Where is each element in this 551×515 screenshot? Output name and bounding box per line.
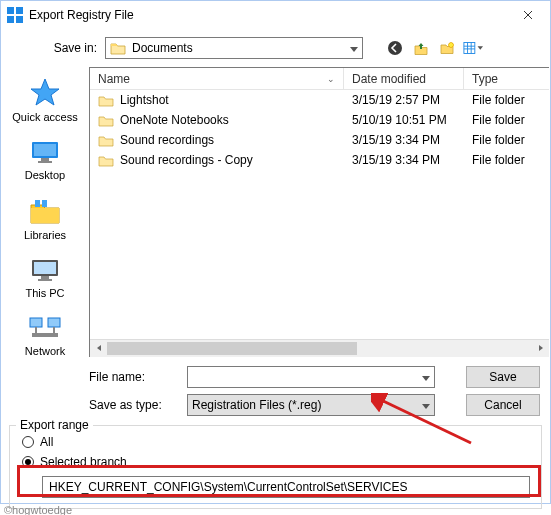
svg-rect-20: [41, 276, 49, 279]
libraries-icon: [28, 197, 62, 225]
svg-rect-13: [41, 158, 49, 161]
scroll-right-button[interactable]: [532, 340, 549, 357]
folder-icon: [98, 134, 114, 147]
up-one-level-button[interactable]: [411, 38, 431, 58]
scroll-left-button[interactable]: [90, 340, 107, 357]
file-row[interactable]: Sound recordings 3/15/19 3:34 PM File fo…: [90, 130, 549, 150]
file-list: Name ⌄ Date modified Type Lightshot 3/15…: [89, 67, 549, 357]
svg-rect-1: [16, 7, 23, 14]
column-header-date[interactable]: Date modified: [344, 68, 464, 89]
svg-rect-2: [7, 16, 14, 23]
column-header-name[interactable]: Name ⌄: [90, 68, 344, 89]
svg-rect-3: [16, 16, 23, 23]
sort-arrow-icon: ⌄: [327, 74, 335, 84]
chevron-down-icon: [350, 41, 358, 55]
this-pc-icon: [28, 257, 62, 283]
svg-rect-12: [34, 144, 56, 156]
radio-icon: [22, 436, 34, 448]
svg-rect-15: [31, 208, 59, 223]
svg-point-4: [388, 41, 402, 55]
saveastype-dropdown[interactable]: Registration Files (*.reg): [187, 394, 435, 416]
places-sidebar: Quick access Desktop Libraries This PC N…: [1, 67, 89, 357]
radio-all[interactable]: All: [22, 432, 533, 452]
scroll-thumb[interactable]: [107, 342, 357, 355]
view-menu-button[interactable]: [463, 38, 483, 58]
file-row[interactable]: Sound recordings - Copy 3/15/19 3:34 PM …: [90, 150, 549, 170]
folder-icon: [110, 41, 126, 55]
svg-rect-22: [30, 318, 42, 327]
savein-value: Documents: [132, 41, 193, 55]
network-icon: [28, 315, 62, 341]
sidebar-item-libraries[interactable]: Libraries: [5, 191, 85, 251]
new-folder-button[interactable]: [437, 38, 457, 58]
chevron-down-icon: [422, 370, 430, 384]
watermark: ©hogwtoedge: [4, 504, 72, 515]
horizontal-scrollbar[interactable]: [90, 339, 549, 356]
folder-icon: [98, 114, 114, 127]
cancel-button[interactable]: Cancel: [466, 394, 540, 416]
export-range-label: Export range: [16, 418, 93, 432]
filename-input[interactable]: [187, 366, 435, 388]
radio-selected-branch[interactable]: Selected branch: [22, 452, 533, 472]
sidebar-item-network[interactable]: Network: [5, 309, 85, 367]
column-header-type[interactable]: Type: [464, 68, 549, 89]
svg-rect-17: [42, 200, 47, 207]
savein-dropdown[interactable]: Documents: [105, 37, 363, 59]
saveastype-label: Save as type: [89, 398, 179, 412]
svg-rect-24: [32, 333, 58, 337]
export-range-group: Export range All Selected branch HKEY_CU…: [9, 425, 542, 509]
window-title: Export Registry File: [29, 8, 134, 22]
branch-path-input[interactable]: HKEY_CURRENT_CONFIG\System\CurrentContro…: [42, 476, 530, 498]
file-row[interactable]: Lightshot 3/15/19 2:57 PM File folder: [90, 90, 549, 110]
svg-rect-21: [38, 279, 52, 281]
svg-rect-16: [35, 200, 40, 207]
svg-rect-19: [34, 262, 56, 274]
save-button[interactable]: Save: [466, 366, 540, 388]
chevron-down-icon: [422, 398, 430, 412]
quick-access-icon: [28, 77, 62, 107]
folder-icon: [98, 94, 114, 107]
titlebar: Export Registry File: [1, 1, 550, 29]
folder-icon: [98, 154, 114, 167]
file-list-body[interactable]: Lightshot 3/15/19 2:57 PM File folder On…: [90, 90, 549, 339]
back-button[interactable]: [385, 38, 405, 58]
savein-label: Save in: [47, 41, 97, 55]
scroll-track[interactable]: [107, 340, 532, 357]
sidebar-item-quick-access[interactable]: Quick access: [5, 71, 85, 133]
sidebar-item-this-pc[interactable]: This PC: [5, 251, 85, 309]
svg-rect-6: [464, 43, 475, 54]
file-row[interactable]: OneNote Notebooks 5/10/19 10:51 PM File …: [90, 110, 549, 130]
svg-rect-14: [38, 161, 52, 163]
desktop-icon: [28, 139, 62, 165]
svg-rect-23: [48, 318, 60, 327]
filename-label: File name: [89, 370, 179, 384]
svg-rect-0: [7, 7, 14, 14]
app-icon: [7, 7, 23, 23]
radio-icon: [22, 456, 34, 468]
sidebar-item-desktop[interactable]: Desktop: [5, 133, 85, 191]
close-button[interactable]: [506, 1, 550, 29]
